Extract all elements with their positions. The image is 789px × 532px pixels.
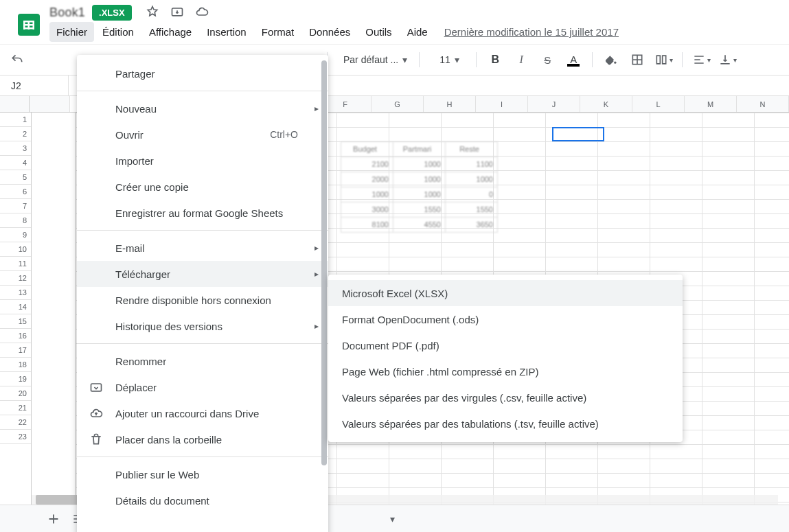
bold-button[interactable]: B — [483, 48, 507, 71]
menu-edition[interactable]: Édition — [95, 22, 141, 42]
menu-item-label: Ouvrir — [115, 129, 144, 141]
svg-point-8 — [614, 62, 616, 64]
row-header[interactable]: 17 — [0, 343, 31, 358]
vertical-align-button[interactable]: ▾ — [716, 48, 739, 71]
menu-item-historique-des-versions[interactable]: Historique des versions▸ — [77, 313, 328, 339]
document-title[interactable]: Book1 — [49, 5, 85, 20]
horizontal-align-button[interactable]: ▾ — [689, 48, 713, 71]
font-family-label: Par défaut ... — [343, 54, 398, 65]
col-header[interactable]: K — [580, 96, 632, 112]
menu-affichage[interactable]: Affichage — [142, 22, 198, 42]
row-header[interactable]: 21 — [0, 401, 31, 415]
dropdown-scrollbar[interactable] — [321, 60, 327, 522]
svg-rect-4 — [23, 21, 25, 30]
col-header[interactable]: H — [424, 96, 476, 112]
row-header[interactable]: 8 — [0, 213, 31, 228]
row-header[interactable]: 3 — [0, 141, 31, 156]
menu-item-ouvrir[interactable]: OuvrirCtrl+O — [77, 122, 328, 148]
fill-color-button[interactable] — [599, 48, 623, 71]
menu-item-ajouter-un-raccourci-dans-drive[interactable]: Ajouter un raccourci dans Drive — [77, 400, 328, 426]
download-option[interactable]: Page Web (fichier .html compressé en ZIP… — [328, 358, 683, 384]
move-icon — [88, 380, 104, 394]
font-size-dropdown[interactable]: 11 ▾ — [426, 49, 469, 70]
menu-item-rendre-disponible-hors-connexion[interactable]: Rendre disponible hors connexion — [77, 287, 328, 313]
download-option-label: Valeurs séparées par des virgules (.csv,… — [342, 392, 586, 404]
menu-item-d-placer[interactable]: Déplacer — [77, 374, 328, 400]
italic-button[interactable]: I — [510, 48, 533, 71]
download-option[interactable]: Document PDF (.pdf) — [328, 332, 683, 358]
menu-item-label: Ajouter un raccourci dans Drive — [115, 408, 259, 419]
menu-item-e-mail[interactable]: E-mail▸ — [77, 235, 328, 261]
row-header[interactable]: 4 — [0, 156, 31, 170]
row-header[interactable]: 10 — [0, 242, 31, 257]
download-option[interactable]: Format OpenDocument (.ods) — [328, 306, 683, 332]
star-icon[interactable] — [146, 5, 159, 21]
chevron-right-icon: ▸ — [315, 269, 319, 279]
row-header[interactable]: 9 — [0, 228, 31, 242]
cloud-status-icon[interactable] — [195, 5, 209, 21]
menu-item-d-tails-du-document[interactable]: Détails du document — [77, 487, 328, 513]
sheets-logo[interactable] — [15, 11, 43, 38]
menu-item-cr-er-une-copie[interactable]: Créer une copie — [77, 174, 328, 200]
col-header[interactable]: N — [737, 96, 789, 112]
menu-item-enregistrer-au-format-google-sheets[interactable]: Enregistrer au format Google Sheets — [77, 200, 328, 226]
row-header[interactable]: 6 — [0, 185, 31, 199]
col-header[interactable]: L — [632, 96, 685, 112]
row-header[interactable]: 23 — [0, 430, 31, 444]
menu-format[interactable]: Format — [255, 22, 301, 42]
menu-item-label: Rendre disponible hors connexion — [115, 294, 271, 306]
row-header[interactable]: 20 — [0, 386, 31, 401]
row-header[interactable]: 7 — [0, 199, 31, 213]
menu-item-renommer[interactable]: Renommer — [77, 348, 328, 374]
row-header[interactable]: 12 — [0, 271, 31, 286]
xlsx-badge: .XLSX — [92, 5, 132, 21]
menu-insertion[interactable]: Insertion — [200, 22, 253, 42]
menu-aide[interactable]: Aide — [400, 22, 435, 42]
font-size-value: 11 — [439, 54, 450, 65]
last-modified-link[interactable]: Dernière modification le 15 juillet 2017 — [444, 26, 619, 38]
menu-item-t-l-charger[interactable]: Télécharger▸ — [77, 261, 328, 287]
download-option-label: Valeurs séparées par des tabulations (.t… — [342, 418, 599, 430]
col-header[interactable]: I — [476, 96, 528, 112]
download-option[interactable]: Valeurs séparées par des virgules (.csv,… — [328, 384, 683, 410]
download-option[interactable]: Microsoft Excel (XLSX) — [328, 280, 683, 306]
menu-item-publier-sur-le-web[interactable]: Publier sur le Web — [77, 461, 328, 487]
font-family-dropdown[interactable]: Par défaut ... ▾ — [334, 49, 412, 70]
menu-fichier[interactable]: Fichier — [49, 22, 94, 42]
row-header[interactable]: 14 — [0, 300, 31, 314]
borders-button[interactable] — [626, 48, 649, 71]
download-option[interactable]: Valeurs séparées par des tabulations (.t… — [328, 410, 683, 437]
menu-item-partager[interactable]: Partager — [77, 60, 328, 86]
row-header[interactable]: 18 — [0, 358, 31, 372]
col-header[interactable]: G — [371, 96, 424, 112]
menu-item-placer-dans-la-corbeille[interactable]: Placer dans la corbeille — [77, 426, 328, 452]
menu-outils[interactable]: Outils — [358, 22, 398, 42]
row-header[interactable]: 22 — [0, 415, 31, 430]
menu-item-nouveau[interactable]: Nouveau▸ — [77, 95, 328, 122]
add-sheet-button[interactable] — [41, 507, 66, 531]
select-all-corner[interactable] — [0, 96, 30, 112]
row-header[interactable]: 11 — [0, 257, 31, 271]
text-color-button[interactable]: A — [562, 48, 585, 71]
app-header: Book1 .XLSX Fichier Édition Affichage In… — [0, 0, 789, 44]
row-header[interactable]: 15 — [0, 314, 31, 329]
sheet-tab-caret[interactable]: ▾ — [390, 513, 395, 524]
merge-cells-button[interactable]: ▾ — [652, 48, 675, 71]
row-header[interactable]: 1 — [0, 113, 31, 127]
strikethrough-button[interactable]: S — [536, 48, 559, 71]
row-header[interactable]: 13 — [0, 286, 31, 300]
menu-item-importer[interactable]: Importer — [77, 148, 328, 174]
undo-button[interactable] — [5, 48, 29, 71]
menu-item-label: Déplacer — [115, 382, 157, 393]
row-header[interactable]: 19 — [0, 372, 31, 386]
col-header[interactable]: M — [685, 96, 737, 112]
row-header[interactable]: 2 — [0, 127, 31, 141]
row-header[interactable]: 16 — [0, 329, 31, 343]
menu-donnees[interactable]: Données — [302, 22, 357, 42]
menu-item-label: Partager — [115, 68, 155, 80]
menu-item-label: Enregistrer au format Google Sheets — [115, 207, 283, 219]
move-folder-icon[interactable] — [170, 5, 184, 21]
name-box[interactable]: J2 — [0, 76, 69, 96]
col-header[interactable]: J — [528, 96, 580, 112]
row-header[interactable]: 5 — [0, 170, 31, 185]
